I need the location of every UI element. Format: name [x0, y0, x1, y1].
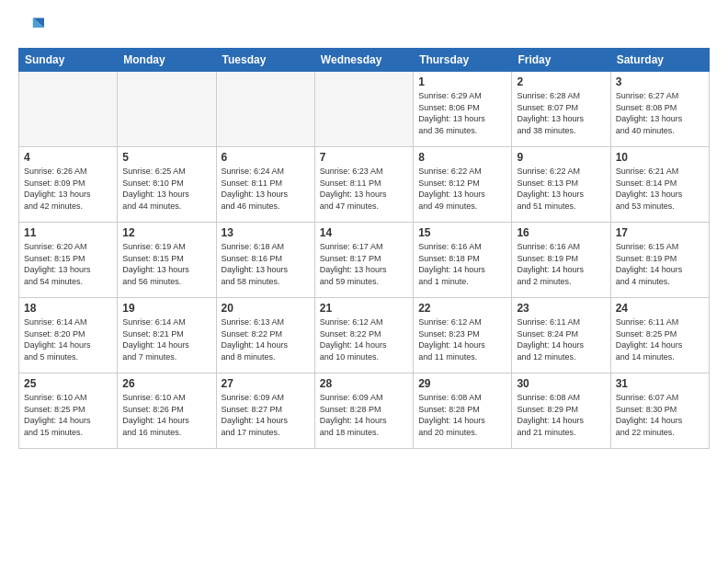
day-info: Sunrise: 6:22 AM Sunset: 8:13 PM Dayligh…: [517, 166, 605, 212]
week-row-3: 18Sunrise: 6:14 AM Sunset: 8:20 PM Dayli…: [19, 298, 710, 373]
weekday-header-saturday: Saturday: [610, 49, 709, 72]
weekday-header-tuesday: Tuesday: [216, 49, 314, 72]
calendar-cell: 3Sunrise: 6:27 AM Sunset: 8:08 PM Daylig…: [610, 72, 709, 147]
day-info: Sunrise: 6:28 AM Sunset: 8:07 PM Dayligh…: [517, 90, 605, 136]
week-row-1: 4Sunrise: 6:26 AM Sunset: 8:09 PM Daylig…: [19, 147, 710, 223]
day-info: Sunrise: 6:11 AM Sunset: 8:25 PM Dayligh…: [616, 316, 704, 362]
day-number: 20: [222, 302, 310, 315]
day-info: Sunrise: 6:27 AM Sunset: 8:08 PM Dayligh…: [616, 90, 704, 136]
calendar-cell: 24Sunrise: 6:11 AM Sunset: 8:25 PM Dayli…: [610, 298, 709, 373]
calendar-cell: 13Sunrise: 6:18 AM Sunset: 8:16 PM Dayli…: [216, 223, 314, 298]
day-info: Sunrise: 6:22 AM Sunset: 8:12 PM Dayligh…: [418, 166, 506, 212]
day-number: 3: [616, 75, 704, 88]
day-info: Sunrise: 6:29 AM Sunset: 8:06 PM Dayligh…: [418, 90, 506, 136]
day-number: 21: [320, 302, 408, 315]
calendar-cell: 4Sunrise: 6:26 AM Sunset: 8:09 PM Daylig…: [19, 147, 118, 223]
day-info: Sunrise: 6:10 AM Sunset: 8:26 PM Dayligh…: [122, 392, 210, 438]
calendar-cell: [216, 72, 314, 147]
day-number: 26: [122, 377, 210, 390]
day-number: 18: [24, 302, 112, 315]
day-number: 28: [320, 377, 408, 390]
day-number: 22: [418, 302, 506, 315]
week-row-4: 25Sunrise: 6:10 AM Sunset: 8:25 PM Dayli…: [19, 373, 710, 449]
calendar-cell: 16Sunrise: 6:16 AM Sunset: 8:19 PM Dayli…: [512, 223, 610, 298]
weekday-header-friday: Friday: [512, 49, 610, 72]
day-number: 16: [517, 226, 605, 239]
weekday-header-monday: Monday: [118, 49, 216, 72]
day-info: Sunrise: 6:14 AM Sunset: 8:20 PM Dayligh…: [24, 316, 112, 362]
day-info: Sunrise: 6:09 AM Sunset: 8:28 PM Dayligh…: [320, 392, 408, 438]
day-info: Sunrise: 6:17 AM Sunset: 8:17 PM Dayligh…: [320, 241, 408, 287]
day-number: 15: [418, 226, 506, 239]
day-info: Sunrise: 6:10 AM Sunset: 8:25 PM Dayligh…: [24, 392, 112, 438]
calendar-cell: 7Sunrise: 6:23 AM Sunset: 8:11 PM Daylig…: [314, 147, 413, 223]
calendar-cell: 11Sunrise: 6:20 AM Sunset: 8:15 PM Dayli…: [19, 223, 118, 298]
calendar-cell: 5Sunrise: 6:25 AM Sunset: 8:10 PM Daylig…: [118, 147, 216, 223]
day-info: Sunrise: 6:18 AM Sunset: 8:16 PM Dayligh…: [222, 241, 310, 287]
day-info: Sunrise: 6:20 AM Sunset: 8:15 PM Dayligh…: [24, 241, 112, 287]
header: [18, 15, 710, 40]
calendar-cell: [118, 72, 216, 147]
calendar-cell: 19Sunrise: 6:14 AM Sunset: 8:21 PM Dayli…: [118, 298, 216, 373]
day-info: Sunrise: 6:15 AM Sunset: 8:19 PM Dayligh…: [616, 241, 704, 287]
day-number: 2: [517, 75, 605, 88]
weekday-header-row: SundayMondayTuesdayWednesdayThursdayFrid…: [19, 49, 710, 72]
calendar-cell: 29Sunrise: 6:08 AM Sunset: 8:28 PM Dayli…: [414, 373, 512, 449]
day-number: 11: [24, 226, 112, 239]
day-number: 5: [122, 151, 210, 164]
calendar-cell: 27Sunrise: 6:09 AM Sunset: 8:27 PM Dayli…: [216, 373, 314, 449]
day-info: Sunrise: 6:16 AM Sunset: 8:18 PM Dayligh…: [418, 241, 506, 287]
week-row-2: 11Sunrise: 6:20 AM Sunset: 8:15 PM Dayli…: [19, 223, 710, 298]
day-number: 23: [517, 302, 605, 315]
calendar-cell: 15Sunrise: 6:16 AM Sunset: 8:18 PM Dayli…: [414, 223, 512, 298]
day-number: 4: [24, 151, 112, 164]
page: SundayMondayTuesdayWednesdayThursdayFrid…: [0, 0, 728, 563]
logo: [18, 15, 48, 40]
day-number: 1: [418, 75, 506, 88]
day-info: Sunrise: 6:24 AM Sunset: 8:11 PM Dayligh…: [222, 166, 310, 212]
day-info: Sunrise: 6:21 AM Sunset: 8:14 PM Dayligh…: [616, 166, 704, 212]
calendar-cell: 22Sunrise: 6:12 AM Sunset: 8:23 PM Dayli…: [414, 298, 512, 373]
day-info: Sunrise: 6:07 AM Sunset: 8:30 PM Dayligh…: [616, 392, 704, 438]
calendar-cell: [19, 72, 118, 147]
day-info: Sunrise: 6:08 AM Sunset: 8:28 PM Dayligh…: [418, 392, 506, 438]
calendar-cell: 25Sunrise: 6:10 AM Sunset: 8:25 PM Dayli…: [19, 373, 118, 449]
calendar-cell: 31Sunrise: 6:07 AM Sunset: 8:30 PM Dayli…: [610, 373, 709, 449]
calendar-cell: 2Sunrise: 6:28 AM Sunset: 8:07 PM Daylig…: [512, 72, 610, 147]
day-number: 31: [616, 377, 704, 390]
calendar-cell: 28Sunrise: 6:09 AM Sunset: 8:28 PM Dayli…: [314, 373, 413, 449]
calendar-cell: [314, 72, 413, 147]
calendar-cell: 12Sunrise: 6:19 AM Sunset: 8:15 PM Dayli…: [118, 223, 216, 298]
day-number: 19: [122, 302, 210, 315]
calendar-cell: 9Sunrise: 6:22 AM Sunset: 8:13 PM Daylig…: [512, 147, 610, 223]
calendar-cell: 10Sunrise: 6:21 AM Sunset: 8:14 PM Dayli…: [610, 147, 709, 223]
day-number: 25: [24, 377, 112, 390]
calendar-cell: 30Sunrise: 6:08 AM Sunset: 8:29 PM Dayli…: [512, 373, 610, 449]
weekday-header-sunday: Sunday: [19, 49, 118, 72]
calendar-cell: 14Sunrise: 6:17 AM Sunset: 8:17 PM Dayli…: [314, 223, 413, 298]
day-info: Sunrise: 6:25 AM Sunset: 8:10 PM Dayligh…: [122, 166, 210, 212]
day-number: 12: [122, 226, 210, 239]
calendar-cell: 6Sunrise: 6:24 AM Sunset: 8:11 PM Daylig…: [216, 147, 314, 223]
weekday-header-wednesday: Wednesday: [314, 49, 413, 72]
day-info: Sunrise: 6:09 AM Sunset: 8:27 PM Dayligh…: [222, 392, 310, 438]
day-info: Sunrise: 6:13 AM Sunset: 8:22 PM Dayligh…: [222, 316, 310, 362]
day-number: 17: [616, 226, 704, 239]
day-info: Sunrise: 6:12 AM Sunset: 8:23 PM Dayligh…: [418, 316, 506, 362]
day-number: 13: [222, 226, 310, 239]
calendar-cell: 26Sunrise: 6:10 AM Sunset: 8:26 PM Dayli…: [118, 373, 216, 449]
day-number: 30: [517, 377, 605, 390]
calendar-cell: 20Sunrise: 6:13 AM Sunset: 8:22 PM Dayli…: [216, 298, 314, 373]
calendar-table: SundayMondayTuesdayWednesdayThursdayFrid…: [18, 48, 710, 449]
calendar-cell: 18Sunrise: 6:14 AM Sunset: 8:20 PM Dayli…: [19, 298, 118, 373]
day-number: 10: [616, 151, 704, 164]
calendar-cell: 1Sunrise: 6:29 AM Sunset: 8:06 PM Daylig…: [414, 72, 512, 147]
calendar-cell: 21Sunrise: 6:12 AM Sunset: 8:22 PM Dayli…: [314, 298, 413, 373]
day-info: Sunrise: 6:11 AM Sunset: 8:24 PM Dayligh…: [517, 316, 605, 362]
calendar-cell: 8Sunrise: 6:22 AM Sunset: 8:12 PM Daylig…: [414, 147, 512, 223]
day-info: Sunrise: 6:16 AM Sunset: 8:19 PM Dayligh…: [517, 241, 605, 287]
day-number: 14: [320, 226, 408, 239]
day-number: 29: [418, 377, 506, 390]
day-number: 6: [222, 151, 310, 164]
calendar-cell: 23Sunrise: 6:11 AM Sunset: 8:24 PM Dayli…: [512, 298, 610, 373]
